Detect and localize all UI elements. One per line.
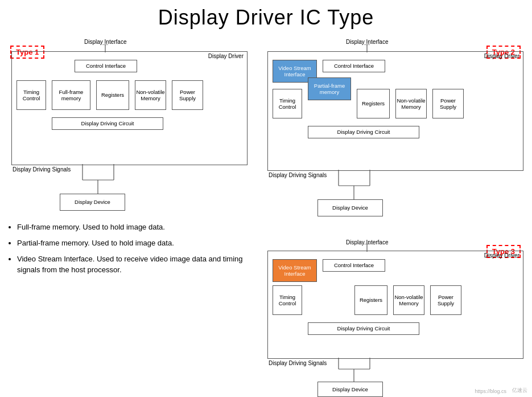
bullet-2: Partial-frame memory. Used to hold image…: [17, 238, 262, 248]
t2-driving-lines: [330, 170, 387, 201]
power-supply-t1: Power Supply: [172, 80, 203, 110]
control-interface-t2: Control Interface: [323, 60, 385, 72]
t2-interface-line: [361, 44, 373, 52]
power-supply-t2: Power Supply: [432, 89, 464, 118]
bullet-section: Full-frame memory. Used to hold image da…: [6, 222, 262, 281]
registers-t3: Registers: [354, 285, 387, 315]
t3-interface-line: [361, 244, 373, 252]
type1-diagram: Display Driver Control Interface Timing …: [11, 51, 248, 165]
display-driving-circuit-t2: Display Driving Circuit: [308, 126, 419, 138]
display-driving-circuit-t3: Display Driving Circuit: [308, 322, 419, 335]
display-driver-label-t1: Display Driver: [208, 53, 244, 59]
partial-frame-memory-t2: Partial-frame memory: [308, 77, 351, 100]
timing-control-t3: Timing Control: [273, 285, 302, 315]
non-volatile-memory-t3: Non-volatile Memory: [393, 285, 424, 315]
bullet-3: Video Stream Interface. Used to receive …: [17, 254, 262, 275]
full-frame-memory-t1: Full-frame memory: [52, 80, 90, 110]
display-driving-signals-t1: Display Driving Signals: [13, 166, 71, 173]
power-supply-t3: Power Supply: [430, 285, 461, 315]
display-device-t1: Display Device: [60, 194, 125, 211]
display-driving-signals-t3: Display Driving Signals: [269, 360, 327, 366]
watermark: https://blog.cs: [475, 388, 506, 394]
timing-control-t1: Timing Control: [17, 80, 46, 110]
registers-t1: Registers: [96, 80, 129, 110]
control-interface-t3: Control Interface: [323, 259, 385, 272]
display-device-t2: Display Device: [317, 199, 383, 216]
t1-driving-lines: [74, 164, 131, 195]
registers-t2: Registers: [357, 89, 390, 118]
display-driver-label-t3: Display Driver: [484, 252, 519, 259]
control-interface-t1: Control Interface: [75, 60, 137, 72]
timing-control-t2: Timing Control: [273, 89, 302, 118]
display-driving-circuit-t1: Display Driving Circuit: [52, 117, 163, 130]
display-device-t3: Display Device: [317, 382, 383, 397]
type2-diagram: Display Driver Video Stream Interface Co…: [267, 51, 523, 171]
bullet-1: Full-frame memory. Used to hold image da…: [17, 222, 262, 232]
type3-diagram: Display Driver Video Stream Interface Co…: [267, 251, 523, 359]
display-driving-signals-t2: Display Driving Signals: [269, 172, 327, 178]
t1-interface-line: [100, 44, 111, 52]
non-volatile-memory-t2: Non-volatile Memory: [395, 89, 427, 118]
non-volatile-memory-t1: Non-volatile Memory: [135, 80, 166, 110]
page-title: Display Driver IC Type: [0, 0, 532, 30]
display-driver-label-t2: Display Driver: [484, 53, 519, 59]
video-stream-interface-t3: Video Stream Interface: [273, 259, 317, 282]
watermark2: 亿速云: [512, 387, 527, 394]
